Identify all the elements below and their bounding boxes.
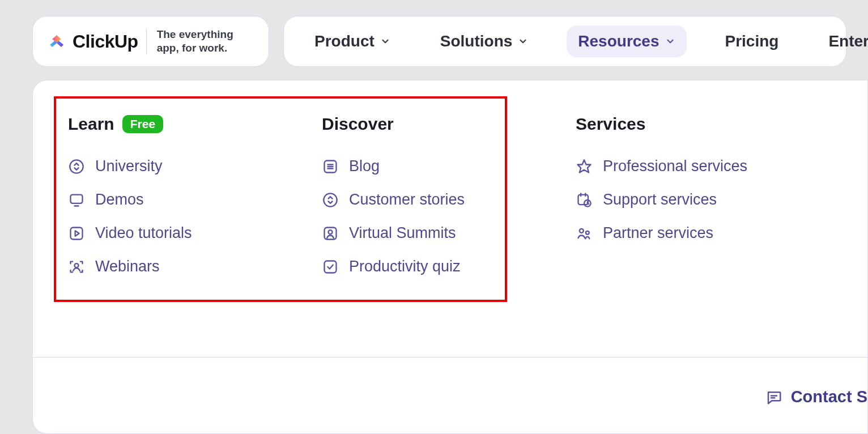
link-label: Virtual Summits: [349, 224, 456, 242]
column-heading-services: Services: [576, 114, 829, 134]
link-partner-services[interactable]: Partner services: [576, 216, 829, 250]
chevrons-circle-icon: [68, 158, 85, 175]
main-nav: Product Solutions Resources Pricing Ente…: [283, 16, 846, 67]
column-learn: Learn Free University Demos Video tutor: [68, 114, 322, 283]
svg-rect-13: [325, 261, 337, 273]
link-label: Professional services: [603, 158, 747, 175]
divider: [146, 28, 147, 54]
nav-pricing[interactable]: Pricing: [714, 25, 790, 57]
panel-footer: Contact S: [33, 357, 867, 433]
people-focus-icon: [68, 258, 85, 275]
contact-link[interactable]: Contact S: [765, 388, 867, 406]
nav-enterprise[interactable]: Enterprise: [817, 25, 868, 57]
calendar-clock-icon: [576, 192, 593, 209]
link-label: Video tutorials: [95, 224, 192, 242]
brand-pill[interactable]: ClickUp The everything app, for work.: [32, 16, 269, 67]
link-professional-services[interactable]: Professional services: [576, 150, 829, 183]
link-blog[interactable]: Blog: [322, 150, 576, 183]
link-webinars[interactable]: Webinars: [68, 250, 322, 283]
column-discover: Discover Blog Customer stories Virtual S…: [322, 114, 576, 283]
link-customer-stories[interactable]: Customer stories: [322, 183, 576, 216]
link-label: Customer stories: [349, 191, 465, 209]
star-icon: [576, 158, 593, 175]
link-university[interactable]: University: [68, 150, 322, 183]
people-icon: [576, 225, 593, 242]
nav-solutions[interactable]: Solutions: [429, 25, 540, 57]
heading-text: Learn: [68, 114, 114, 134]
nav-label: Enterprise: [828, 32, 868, 50]
svg-rect-3: [71, 227, 83, 239]
lines-square-icon: [322, 158, 339, 175]
column-heading-learn: Learn Free: [68, 114, 322, 134]
nav-label: Pricing: [725, 32, 779, 50]
nav-label: Product: [314, 32, 375, 50]
link-video-tutorials[interactable]: Video tutorials: [68, 216, 322, 250]
brand-name: ClickUp: [73, 31, 138, 52]
contact-label: Contact S: [791, 388, 867, 406]
chevrons-circle-icon: [322, 192, 339, 209]
monitor-icon: [68, 192, 85, 209]
svg-point-5: [75, 263, 79, 267]
tagline-line-1: The everything: [157, 28, 233, 40]
link-demos[interactable]: Demos: [68, 183, 322, 216]
person-square-icon: [322, 225, 339, 242]
chevron-down-icon: [518, 36, 528, 46]
svg-point-0: [70, 160, 83, 173]
svg-marker-14: [577, 160, 590, 172]
svg-point-12: [329, 230, 333, 234]
dropdown-columns: Learn Free University Demos Video tutor: [33, 114, 867, 283]
tagline-line-2: app, for work.: [157, 42, 228, 54]
chat-icon: [765, 388, 783, 406]
free-badge: Free: [122, 115, 163, 133]
link-label: University: [95, 158, 163, 175]
svg-rect-1: [71, 194, 83, 203]
link-label: Productivity quiz: [349, 258, 461, 275]
svg-point-19: [580, 228, 584, 232]
link-label: Webinars: [95, 258, 160, 275]
play-square-icon: [68, 225, 85, 242]
clickup-logo-icon: [46, 31, 67, 52]
link-label: Partner services: [603, 224, 713, 242]
heading-text: Discover: [322, 114, 394, 134]
svg-marker-4: [75, 231, 79, 236]
column-heading-discover: Discover: [322, 114, 576, 134]
link-virtual-summits[interactable]: Virtual Summits: [322, 216, 576, 250]
column-services: Services Professional services Support s…: [576, 114, 829, 283]
brand-tagline: The everything app, for work.: [157, 28, 233, 55]
nav-product[interactable]: Product: [303, 25, 402, 57]
chevron-down-icon: [380, 36, 390, 46]
link-support-services[interactable]: Support services: [576, 183, 829, 216]
check-square-icon: [322, 258, 339, 275]
link-productivity-quiz[interactable]: Productivity quiz: [322, 250, 576, 283]
resources-dropdown-panel: Learn Free University Demos Video tutor: [32, 80, 868, 434]
link-label: Support services: [603, 191, 717, 209]
heading-text: Services: [576, 114, 645, 134]
link-label: Demos: [95, 191, 144, 209]
link-label: Blog: [349, 158, 380, 175]
nav-label: Resources: [578, 32, 659, 50]
nav-resources[interactable]: Resources: [567, 25, 686, 57]
chevron-down-icon: [665, 36, 675, 46]
svg-point-10: [324, 193, 337, 206]
nav-label: Solutions: [440, 32, 513, 50]
svg-point-20: [586, 231, 589, 234]
